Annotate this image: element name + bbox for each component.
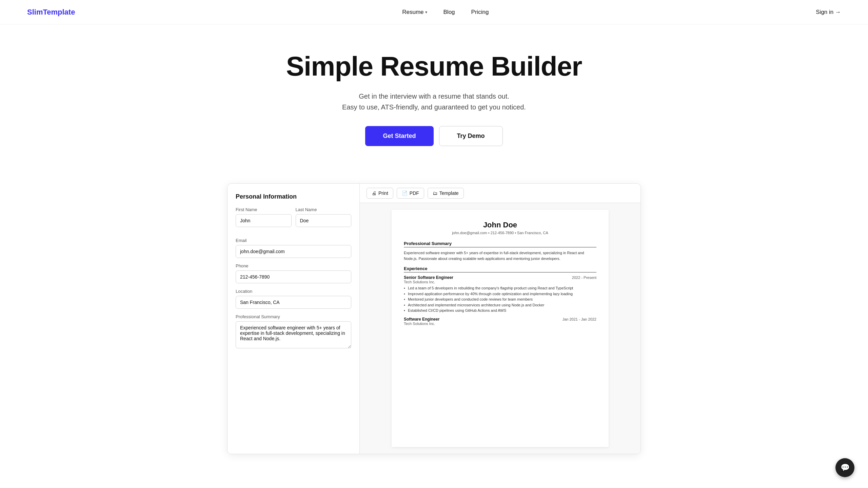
- first-name-label: First Name: [236, 207, 292, 212]
- summary-label: Professional Summary: [236, 314, 351, 319]
- nav-center: Resume ▾ Blog Pricing: [402, 9, 489, 16]
- email-input[interactable]: [236, 245, 351, 258]
- resume-experience-section: Experience Senior Software Engineer 2022…: [404, 266, 596, 326]
- resume-job-1: Senior Software Engineer 2022 - Present …: [404, 275, 596, 313]
- print-icon: 🖨: [372, 190, 376, 196]
- resume-preview: John Doe john.doe@gmail.com • 212-456-78…: [360, 203, 640, 454]
- bullet-item: Led a team of 5 developers in rebuilding…: [404, 285, 596, 291]
- summary-textarea[interactable]: [236, 321, 351, 348]
- summary-group: Professional Summary: [236, 314, 351, 348]
- email-group: Email: [236, 238, 351, 258]
- form-section-title: Personal Information: [236, 193, 351, 200]
- last-name-label: Last Name: [296, 207, 352, 212]
- last-name-input[interactable]: [296, 214, 352, 227]
- bullet-item: Architected and implemented microservice…: [404, 302, 596, 308]
- try-demo-button[interactable]: Try Demo: [439, 126, 503, 146]
- pdf-button[interactable]: 📄 PDF: [397, 188, 424, 199]
- first-name-input[interactable]: [236, 214, 292, 227]
- form-panel: Personal Information First Name Last Nam…: [228, 184, 360, 454]
- template-icon: 🗂: [433, 190, 437, 196]
- get-started-button[interactable]: Get Started: [365, 126, 433, 146]
- nav-blog[interactable]: Blog: [443, 9, 455, 16]
- print-button[interactable]: 🖨 Print: [367, 188, 393, 199]
- job2-title: Software Engineer: [404, 317, 439, 322]
- preview-panel: 🖨 Print 📄 PDF 🗂 Template John Doe john.d…: [360, 184, 640, 454]
- preview-toolbar: 🖨 Print 📄 PDF 🗂 Template: [360, 184, 640, 203]
- chat-button[interactable]: 💬: [835, 458, 854, 477]
- job1-title: Senior Software Engineer: [404, 275, 453, 280]
- phone-group: Phone: [236, 263, 351, 283]
- hero-section: Simple Resume Builder Get in the intervi…: [0, 24, 868, 183]
- hero-buttons: Get Started Try Demo: [14, 126, 854, 146]
- demo-wrapper: Personal Information First Name Last Nam…: [214, 183, 654, 474]
- signin-button[interactable]: Sign in →: [816, 9, 841, 16]
- chevron-down-icon: ▾: [425, 10, 427, 15]
- email-label: Email: [236, 238, 351, 243]
- resume-name: John Doe: [404, 221, 596, 229]
- nav-resume[interactable]: Resume ▾: [402, 9, 427, 16]
- resume-job-2: Software Engineer Jan 2021 - Jan 2022 Te…: [404, 317, 596, 326]
- phone-label: Phone: [236, 263, 351, 268]
- resume-header: John Doe john.doe@gmail.com • 212-456-78…: [404, 221, 596, 235]
- nav-pricing[interactable]: Pricing: [471, 9, 489, 16]
- demo-container: Personal Information First Name Last Nam…: [227, 183, 641, 454]
- summary-text: Experienced software engineer with 5+ ye…: [404, 250, 596, 261]
- template-button[interactable]: 🗂 Template: [428, 188, 464, 199]
- location-label: Location: [236, 289, 351, 294]
- resume-page: John Doe john.doe@gmail.com • 212-456-78…: [392, 210, 609, 447]
- bullet-item: Improved application performance by 40% …: [404, 291, 596, 297]
- job2-dates: Jan 2021 - Jan 2022: [563, 317, 596, 321]
- chat-icon: 💬: [841, 463, 850, 472]
- last-name-group: Last Name: [296, 207, 352, 227]
- summary-section-title: Professional Summary: [404, 241, 596, 247]
- bullet-item: Mentored junior developers and conducted…: [404, 297, 596, 302]
- resume-summary-section: Professional Summary Experienced softwar…: [404, 241, 596, 261]
- job1-company: Tech Solutions Inc.: [404, 280, 596, 284]
- experience-section-title: Experience: [404, 266, 596, 272]
- location-group: Location: [236, 289, 351, 309]
- job1-dates: 2022 - Present: [572, 276, 596, 280]
- brand-logo[interactable]: SlimTemplate: [27, 8, 75, 17]
- name-row: First Name Last Name: [236, 207, 351, 232]
- job2-company: Tech Solutions Inc.: [404, 322, 596, 326]
- hero-title: Simple Resume Builder: [14, 52, 854, 81]
- location-input[interactable]: [236, 296, 351, 309]
- bullet-item: Established CI/CD pipelines using GitHub…: [404, 308, 596, 313]
- phone-input[interactable]: [236, 270, 351, 283]
- pdf-icon: 📄: [402, 190, 408, 196]
- navigation: SlimTemplate Resume ▾ Blog Pricing Sign …: [0, 0, 868, 24]
- resume-contact: john.doe@gmail.com • 212-456-7890 • San …: [404, 231, 596, 235]
- job1-bullets: Led a team of 5 developers in rebuilding…: [404, 285, 596, 313]
- first-name-group: First Name: [236, 207, 292, 227]
- hero-subtitle: Get in the interview with a resume that …: [14, 91, 854, 113]
